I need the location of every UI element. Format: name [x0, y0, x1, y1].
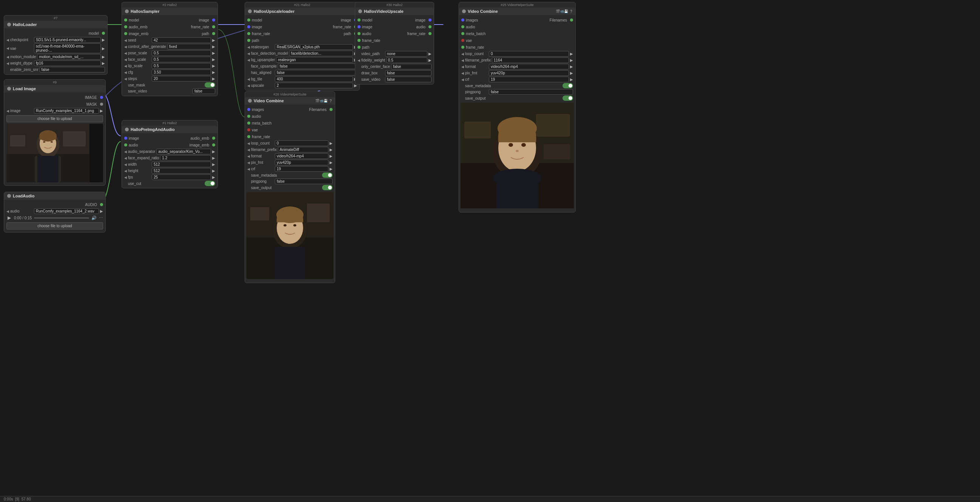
vc25-title: Video Combine — [468, 9, 498, 14]
vc25-filenames-out — [570, 19, 573, 22]
svg-point-6 — [43, 141, 45, 143]
face-detection-row: ◀ face_detection_model facelib/detection… — [245, 50, 360, 57]
audio-progress-bar[interactable] — [34, 218, 89, 219]
sampler-audioemb-in: audio_emb frame_rate — [122, 24, 218, 30]
vc25-icons: 🎬📹💾 — [556, 10, 568, 13]
ul-path-in-port — [247, 39, 250, 42]
time-display: 0:00 / 0:15 — [14, 216, 32, 220]
vc25-vae-in: vae — [459, 37, 575, 44]
vc25-images-in-port — [461, 19, 465, 22]
hvu-image-in-port — [358, 25, 361, 28]
vc26-images-in-port — [247, 108, 250, 111]
hvu-title: HallosVideoUpscale — [364, 9, 404, 14]
model-label: model — [89, 31, 99, 35]
has-aligned-row: has_aligned false — [245, 70, 360, 76]
framerate-out-port-s — [212, 25, 215, 28]
vc25-header: Video Combine 🎬📹💾 ? — [459, 8, 575, 15]
svg-point-19 — [293, 224, 296, 226]
hvu-image-out — [428, 19, 431, 22]
ul-path-in: path — [245, 37, 360, 44]
upscaleloader-dot — [248, 10, 252, 13]
vc25-images-in: images Filenames — [459, 17, 575, 24]
svg-rect-22 — [250, 207, 269, 221]
vc25-saveoutput-toggle[interactable] — [563, 95, 573, 101]
vc25-badge: #25 VideoHelperSuite — [459, 2, 575, 8]
motion-module-row: ◀ motion_module motion_module/mm_sd_... … — [4, 54, 107, 60]
status-node-info: [9] — [15, 497, 19, 501]
vc26-saveoutput-toggle[interactable] — [322, 185, 332, 190]
use-cut-toggle[interactable] — [205, 181, 215, 186]
vc25-prefix-row: ◀ filename_prefix 1164 ▶ — [459, 57, 575, 64]
vc26-saveoutput-row: save_output — [245, 184, 335, 191]
audio-choose-file-button[interactable]: choose file to upload — [6, 222, 103, 229]
hallo-loader-node: #7 HalloLoader model ◀ checkpoint SD1.5/… — [4, 15, 108, 75]
load-audio-body: AUDIO ◀ audio RunComfy_examples_1164_2.w… — [4, 200, 105, 232]
upscale-row: ◀ upscale 2 ▶ — [245, 82, 360, 89]
vc26-framerate-port — [247, 135, 250, 138]
volume-icon[interactable]: 🔊 — [91, 216, 97, 221]
hallo-pre-body: image audio_emb audio image_emb ◀ audio_… — [122, 133, 218, 188]
ul-image-in: image frame_rate — [245, 24, 360, 30]
svg-rect-9 — [37, 156, 59, 182]
pre-dot — [125, 127, 129, 131]
only-center-face-row: only_center_face false — [355, 64, 434, 70]
vc26-framerate-in: frame_rate — [245, 133, 335, 140]
vc26-pingpong-row: pingpong false — [245, 178, 335, 184]
main-canvas: #7 HalloLoader model ◀ checkpoint SD1.5/… — [0, 0, 980, 502]
draw-box-row: draw_box false — [355, 70, 434, 76]
vc26-savemeta-row: save_metadata — [245, 172, 335, 178]
more-icon[interactable]: ⋯ — [99, 216, 103, 221]
hvu-audio-out — [428, 25, 431, 28]
audio-file-row: ◀ audio RunComfy_examples_1164_2.wav ▶ — [4, 208, 105, 214]
path-out-port-s — [212, 32, 215, 35]
vc26-format-row: ◀ format video/h264-mp4 ▶ — [245, 153, 335, 159]
face-expand-row: ◀ face_expand_ratio 1.2 ▶ — [122, 155, 218, 161]
sampler-imageemb-in: image_emb path — [122, 30, 218, 37]
vc25-video-thumb — [461, 103, 574, 209]
ul-image-in-port — [247, 25, 250, 28]
fidelity-weight-row: ◀ fidelity_weight 0.5 ▶ — [355, 57, 434, 64]
image-label: IMAGE — [85, 95, 97, 100]
bg-upsampler-row: ◀ bg_upsampler realesrgan ▶ — [245, 57, 360, 63]
play-button[interactable]: ▶ — [6, 215, 12, 221]
vc26-audio-in-port — [247, 115, 250, 118]
audio-out-label: AUDIO — [85, 203, 97, 207]
use-mask-toggle[interactable] — [205, 82, 215, 87]
hallo-pre-header: HalloPreImgAndAudio — [122, 126, 218, 133]
svg-rect-21 — [307, 203, 329, 222]
vc25-savemeta-toggle[interactable] — [563, 83, 573, 88]
vc25-pingpong-row: pingpong false — [459, 89, 575, 95]
svg-point-7 — [51, 141, 53, 143]
hallo-loader-title: HalloLoader — [13, 22, 37, 27]
video-combine-25-node: #25 VideoHelperSuite Video Combine 🎬📹💾 ?… — [459, 2, 576, 213]
image-file-row: ◀ image RunComfy_examples_1164_1.png ▶ — [4, 108, 105, 114]
audioemb-in-port — [124, 25, 127, 28]
vc25-vae-port — [461, 39, 465, 42]
vc25-metabatch-port — [461, 32, 465, 35]
sampler-model-in: model image — [122, 17, 218, 24]
mask-output-row: MASK — [4, 101, 105, 108]
choose-file-button[interactable]: choose file to upload — [6, 115, 103, 122]
hvu-image-in: image audio — [355, 24, 434, 30]
hvu-path-in-port — [358, 46, 361, 49]
sampler-badge: #2 Hallo2 — [122, 2, 218, 8]
vc26-savemeta-toggle[interactable] — [322, 173, 332, 178]
weight-dtype-row: ◀ weight_dtype fp16 ▶ — [4, 60, 107, 67]
video-combine-26-node: #26 VideoHelperSuite Video Combine 🎬📹💾 ?… — [245, 91, 335, 283]
hallo-pre-node: #1 Hallo2 HalloPreImgAndAudio image audi… — [122, 120, 218, 188]
model-output-port — [102, 32, 105, 35]
vc26-help: ? — [329, 99, 332, 103]
upscaleloader-badge: #21 Hallo2 — [245, 2, 360, 8]
seed-row: ◀ seed 42 ▶ — [122, 37, 218, 43]
audio-output-row: AUDIO — [4, 201, 105, 208]
image-output-port — [100, 96, 103, 99]
vc26-vae-in: vae — [245, 126, 335, 133]
vc26-audio-in: audio — [245, 113, 335, 120]
ul-framerate-in: frame_rate path — [245, 30, 360, 37]
vae-row: ◀ vae sd1/vae-ft-mse-840000-ema-pruned-.… — [4, 43, 107, 54]
video-path-row: video_path none ▶ — [355, 51, 434, 57]
vc25-savemeta-row: save_metadata — [459, 83, 575, 89]
height-row: ◀ height 512 ▶ — [122, 168, 218, 174]
node-badge-9: #9 — [4, 79, 105, 85]
vc25-loop-row: ◀ loop_count 0 ▶ — [459, 51, 575, 57]
